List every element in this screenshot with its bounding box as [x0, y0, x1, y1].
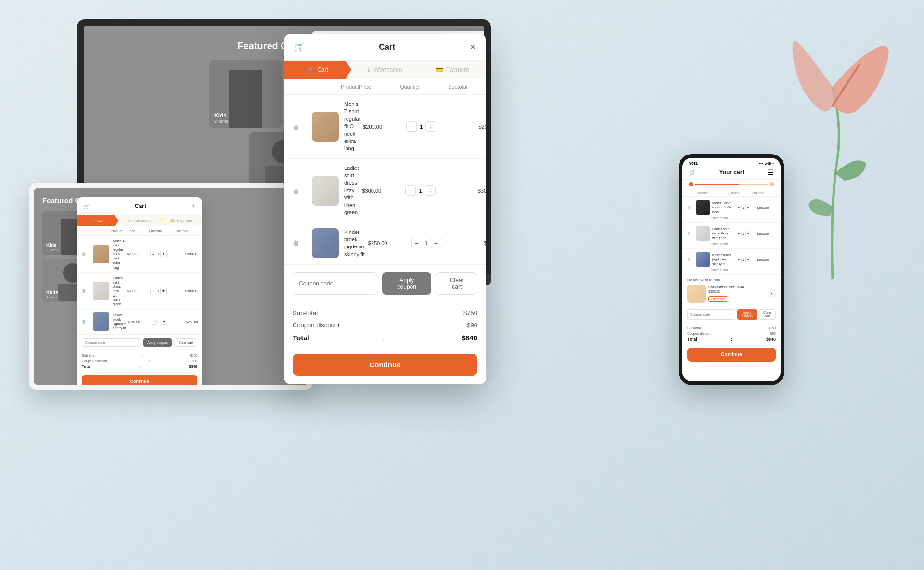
mobile-suggest-nav[interactable]: ›: [767, 289, 776, 298]
tablet-step-payment-icon: 💳: [170, 219, 175, 223]
mobile-discount-value: $90: [770, 332, 776, 335]
lc-total-value: $840: [462, 334, 477, 342]
lc-clear-cart-button[interactable]: Clear cart: [436, 272, 477, 295]
lc-name-3: Kinder broek jogdenim skinny fit: [344, 229, 366, 259]
tablet-step-cart-label: Cart: [97, 219, 104, 223]
tablet-step-info-icon: ℹ: [128, 219, 130, 223]
tablet-delete-3[interactable]: 🗑: [82, 319, 91, 324]
lc-qty-1: − 1 +: [406, 121, 454, 132]
lc-totals-section: Sub-total : $750 Coupon discount : $90 T…: [284, 302, 486, 349]
laptop-category-kids[interactable]: Kids 2 items: [209, 60, 282, 128]
tablet-device: Featured Categories Kids 2 items Pants 1…: [29, 183, 313, 390]
mobile-qty-plus-1[interactable]: +: [745, 205, 751, 210]
lc-delete-3[interactable]: 🗑: [293, 239, 309, 247]
lc-close-button[interactable]: ×: [470, 41, 475, 52]
mobile-battery-icon: ▪: [772, 161, 774, 166]
lc-qty-num-2: 1: [419, 188, 422, 194]
lc-col-price: Price: [359, 84, 400, 90]
tablet-delete-2[interactable]: 🗑: [82, 288, 91, 293]
tablet-step-cart[interactable]: 🛒 Cart: [77, 215, 119, 226]
mobile-qty-1: 1: [743, 206, 744, 209]
lc-subtotal-label: Sub-total: [293, 310, 318, 317]
tablet-subtotal-3: $250.00: [176, 320, 198, 324]
lc-price-1: $200.00: [363, 124, 404, 130]
large-cart-dialog: 🛒 Cart × 🛒 Cart ℹ Information 💳 Payment …: [284, 34, 486, 384]
tablet-qty-plus-1[interactable]: +: [160, 251, 167, 257]
lc-step-info[interactable]: ℹ Information: [351, 61, 419, 79]
tablet-subtotal-value: $750: [190, 354, 197, 357]
mobile-menu-icon[interactable]: ☰: [768, 168, 774, 176]
lc-qty-plus-1[interactable]: +: [425, 121, 436, 132]
tablet-item-2: 🗑 Ladies shirt dress lizzy with linen gr…: [77, 273, 202, 310]
tablet-qty-minus-1[interactable]: −: [150, 251, 156, 257]
tablet-cart-icon: 🛒: [84, 204, 90, 209]
mobile-delete-2[interactable]: 🗑: [687, 232, 695, 236]
lc-continue-button[interactable]: Continue: [293, 354, 477, 376]
tablet-item-1: 🗑 Men's T-shirt regular fit O-neck extra…: [77, 236, 202, 273]
mobile-qty-minus-3[interactable]: −: [736, 257, 742, 262]
tablet-knits-count: 1 items: [46, 295, 59, 299]
tablet-step-payment[interactable]: 💳 Payment: [160, 215, 202, 226]
lc-qty-plus-2[interactable]: +: [425, 185, 436, 196]
mobile-signal-bars: ▪▪▪: [759, 161, 763, 166]
mobile-name-2: Ladies shirt dress lizzy with linen: [712, 227, 734, 240]
mobile-price-2: Price: $200: [711, 242, 776, 246]
tablet-name-1: Men's T-shirt regular fit O-neck extra l…: [113, 239, 126, 270]
mobile-delete-1[interactable]: 🗑: [687, 206, 695, 210]
mobile-qty-2: 1: [743, 232, 744, 235]
mobile-suggest-price: $300.00: [708, 290, 764, 293]
mobile-qty-plus-3[interactable]: +: [745, 257, 751, 262]
mobile-qty-minus-2[interactable]: −: [736, 231, 742, 236]
mobile-apply-coupon-button[interactable]: Apply coupon: [737, 309, 757, 320]
mobile-qty-plus-2[interactable]: +: [745, 231, 751, 236]
lc-subtotal-row: Sub-total : $750: [293, 307, 477, 319]
mobile-suggest-item: Socks week size 36-41 $300.00 Add to car…: [687, 285, 776, 303]
mobile-coupon-input[interactable]: [687, 309, 735, 320]
tablet-qty-plus-2[interactable]: +: [160, 288, 167, 294]
tablet-qty-plus-3[interactable]: +: [161, 319, 167, 325]
lc-apply-coupon-button[interactable]: Apply coupon: [382, 272, 431, 295]
mobile-add-to-cart-button[interactable]: Add to cart: [708, 296, 728, 302]
mobile-table-header: Product Quantity Subtotal: [682, 189, 781, 197]
tablet-clear-cart-button[interactable]: Clear cart: [174, 338, 197, 347]
lc-step-cart[interactable]: 🛒 Cart: [284, 61, 351, 79]
tablet-step-info[interactable]: ℹ Information: [119, 215, 161, 226]
lc-coupon-input[interactable]: [293, 272, 377, 295]
mobile-wifi-icon: wifi: [765, 161, 771, 166]
tablet-coupon-input[interactable]: [82, 338, 141, 347]
lc-step-payment[interactable]: 💳 Payment: [419, 61, 486, 79]
lc-qty-num-3: 1: [425, 240, 428, 246]
mobile-img-3: [696, 252, 710, 267]
lc-qty-num-1: 1: [420, 124, 423, 130]
lc-subtotal-1: $200.00: [457, 124, 486, 130]
tablet-step-info-label: Information: [131, 219, 151, 223]
tablet-qty-minus-2[interactable]: −: [150, 288, 156, 294]
mobile-clear-cart-button[interactable]: Clear cart: [759, 309, 776, 320]
tablet-apply-coupon-button[interactable]: Apply coupon: [143, 338, 171, 347]
lc-delete-1[interactable]: 🗑: [293, 123, 309, 130]
tablet-modal-close[interactable]: ×: [192, 202, 195, 210]
lc-qty-minus-3[interactable]: −: [411, 238, 422, 248]
mobile-qty-minus-1[interactable]: −: [736, 205, 742, 210]
mobile-img-2: [696, 226, 710, 241]
mobile-col-subtotal: Subtotal: [752, 191, 776, 194]
tablet-price-2: $300.00: [127, 289, 149, 293]
lc-delete-2[interactable]: 🗑: [293, 187, 309, 194]
mobile-subtotal-3: $200.00: [757, 258, 776, 261]
lc-qty-plus-3[interactable]: +: [431, 238, 441, 248]
tablet-delete-1[interactable]: 🗑: [82, 252, 91, 257]
lc-qty-minus-2[interactable]: −: [405, 185, 416, 196]
lc-qty-minus-1[interactable]: −: [406, 121, 417, 132]
mobile-qty-ctrl-3: − 1 +: [736, 257, 755, 262]
mobile-item-1: 🗑 Men's T-shirt regular fit O-neck − 1 +…: [682, 197, 781, 223]
mobile-continue-button[interactable]: Continue: [687, 348, 776, 362]
lc-total-label: Total: [293, 334, 309, 342]
mobile-delete-3[interactable]: 🗑: [687, 258, 695, 262]
lc-steps: 🛒 Cart ℹ Information 💳 Payment: [284, 61, 486, 79]
flower-decoration: [770, 39, 895, 279]
tablet-qty-minus-3[interactable]: −: [151, 319, 157, 325]
mobile-cart-icon: 🛒: [689, 169, 696, 176]
tablet-subtotal-colon: :: [142, 354, 143, 357]
lc-item-3: 🗑 Kinder broek jogdenim skinny fit $250.…: [284, 222, 486, 264]
tablet-continue-button[interactable]: Continue: [82, 375, 197, 385]
